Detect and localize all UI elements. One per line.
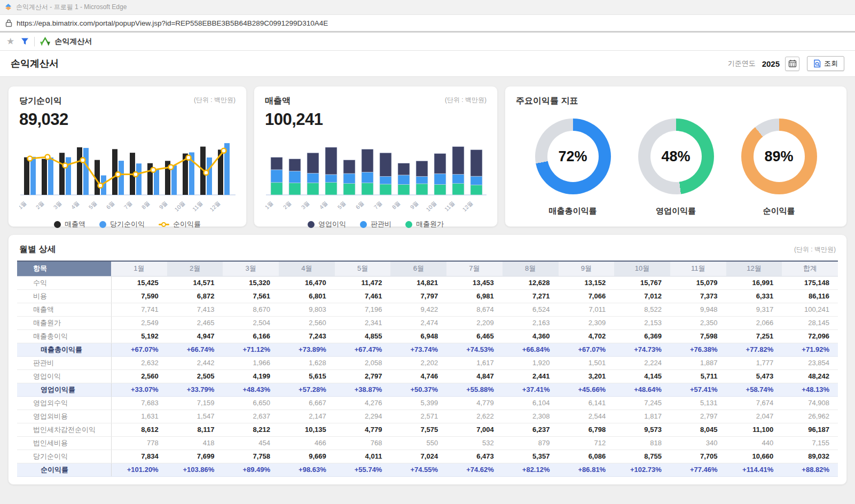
bookmark-page-label[interactable]: 손익계산서 (54, 37, 92, 46)
table-cell: +57.41% (670, 383, 726, 396)
operating-margin-donut-block: 48% 영업이익률 (638, 119, 714, 216)
table-cell: 2,571 (390, 410, 446, 423)
table-cell: 454 (223, 436, 279, 450)
table-cell: 1,628 (279, 356, 335, 369)
table-cell: +98.63% (279, 463, 335, 476)
x-axis-label: 7월 (372, 200, 383, 210)
stack-segment (434, 174, 446, 184)
base-year-value[interactable]: 2025 (762, 59, 780, 68)
bookmark-bar: ★ 손익계산서 (0, 33, 855, 51)
bar (119, 161, 124, 195)
table-row: 매출총이익5,1924,9476,1667,2434,8556,9486,465… (17, 329, 838, 343)
table-cell: 7,758 (223, 450, 279, 463)
operating-margin-donut[interactable]: 48% (638, 119, 714, 194)
table-cell: 1,817 (614, 410, 670, 423)
url-text[interactable]: https://epa.bimatrix.com/portal/popupVie… (17, 19, 328, 27)
donut-caption: 순이익률 (763, 206, 795, 216)
table-cell: +33.79% (167, 383, 223, 396)
bar (207, 158, 212, 195)
table-cell: 9,803 (279, 303, 335, 316)
table-cell: +86.81% (559, 463, 615, 476)
table-cell: 6,948 (390, 329, 446, 343)
table-cell: 7,683 (111, 396, 167, 410)
favorite-star-icon[interactable]: ★ (6, 37, 14, 46)
bimatrix-logo-icon[interactable] (40, 37, 50, 46)
table-cell: 2,797 (670, 410, 726, 423)
calendar-button[interactable] (785, 57, 799, 71)
table-header-row: 항목1월2월3월4월5월6월7월8월9월10월11월12월합계 (17, 261, 838, 276)
table-row-label: 영업이익률 (17, 383, 111, 396)
bar (48, 158, 53, 195)
table-cell: 7,271 (503, 289, 559, 303)
legend-item[interactable]: 순이익률 (159, 219, 201, 229)
legend-label: 당기순이익 (110, 219, 145, 229)
net-income-card-title: 당기순이익 (19, 96, 62, 107)
table-cell: +55.88% (446, 383, 503, 396)
table-column-header: 7월 (446, 261, 503, 276)
table-cell: 5,357 (503, 450, 559, 463)
table-cell: 9,948 (670, 303, 726, 316)
table-cell: 7,797 (390, 289, 446, 303)
revenue-legend: 영업이익 판관비 매출원가 (265, 219, 487, 229)
line-marker (45, 155, 50, 160)
table-cell: 4,145 (614, 369, 670, 383)
table-cell: 340 (670, 436, 726, 450)
legend-swatch (54, 221, 61, 228)
table-cell: +73.74% (390, 343, 446, 356)
legend-item[interactable]: 매출원가 (405, 219, 444, 229)
revenue-chart[interactable]: 1월2월3월4월5월6월7월8월9월10월11월12월 (265, 129, 488, 216)
legend-item[interactable]: 영업이익 (308, 219, 346, 229)
table-cell: 8,674 (446, 303, 503, 316)
table-cell: +82.12% (503, 463, 559, 476)
table-cell: 1,777 (726, 356, 782, 369)
table-cell: 7,705 (670, 450, 726, 463)
table-cell: 6,650 (223, 396, 279, 410)
table-cell: 7,413 (167, 303, 223, 316)
filter-funnel-icon[interactable] (21, 37, 29, 45)
legend-label: 매출원가 (416, 219, 444, 229)
table-cell: 466 (279, 436, 335, 450)
table-cell: 8,117 (167, 423, 223, 436)
line-marker (28, 156, 33, 161)
table-cell: 86,116 (782, 289, 838, 303)
table-cell: 2,505 (167, 369, 223, 383)
table-cell: 2,441 (503, 369, 559, 383)
stack-segment (470, 149, 482, 176)
donut-value: 89% (741, 119, 817, 194)
table-cell: +66.74% (167, 343, 223, 356)
legend-item[interactable]: 매출액 (54, 219, 85, 229)
table-cell: +48.43% (223, 383, 279, 396)
table-cell: 7,575 (390, 423, 446, 436)
profit-ratio-card-title: 주요이익률 지표 (516, 96, 578, 107)
net-income-unit-label: (단위 : 백만원) (194, 96, 236, 105)
table-column-header: 6월 (390, 261, 446, 276)
stack-segment (416, 161, 428, 176)
table-cell: 16,470 (279, 276, 335, 289)
table-cell: 2,058 (335, 356, 391, 369)
table-cell: +114.41% (726, 463, 782, 476)
legend-item[interactable]: 판관비 (360, 219, 391, 229)
search-button[interactable]: 조회 (807, 56, 844, 71)
table-cell: 6,104 (503, 396, 559, 410)
legend-item[interactable]: 당기순이익 (99, 219, 145, 229)
table-column-header: 1월 (111, 261, 167, 276)
stack-segment (398, 175, 410, 185)
table-cell: 7,011 (559, 303, 615, 316)
net-income-chart[interactable]: 1월2월3월4월5월6월7월8월9월10월11월12월 (19, 129, 237, 216)
table-cell: 15,320 (223, 276, 279, 289)
net-income-legend: 매출액 당기순이익 순이익률 (19, 219, 236, 229)
table-row-label: 매출원가 (17, 316, 111, 329)
table-row-label: 영업외수익 (17, 396, 111, 410)
address-bar[interactable]: https://epa.bimatrix.com/portal/popupVie… (0, 15, 855, 33)
net-margin-donut[interactable]: 89% (741, 119, 817, 194)
table-cell: +33.07% (111, 383, 167, 396)
stack-segment (434, 154, 446, 174)
table-cell: 4,847 (446, 369, 503, 383)
line-marker (151, 168, 156, 172)
gross-margin-donut[interactable]: 72% (535, 119, 611, 194)
table-row-label: 수익 (17, 276, 111, 289)
table-cell: 4,746 (390, 369, 446, 383)
x-axis-label: 9월 (409, 200, 419, 210)
stack-segment (452, 184, 464, 195)
table-cell: +58.74% (726, 383, 782, 396)
